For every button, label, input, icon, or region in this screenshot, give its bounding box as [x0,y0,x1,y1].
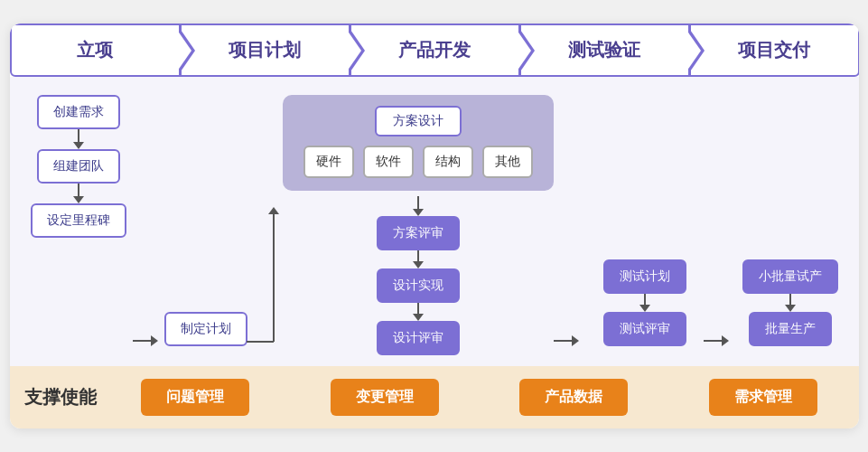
btn-biangengGuanli[interactable]: 变更管理 [331,379,439,416]
connector-col57 [704,95,736,355]
connector-svg [247,202,283,346]
arrow-down-6 [639,294,650,312]
flow-col2: 制定计划 [165,95,247,355]
flow-layout: 创建需求 组建团队 设定里程碑 [10,77,859,366]
phase-ceshi: 测试验证 [519,24,690,77]
connector-col23 [247,95,283,355]
box-yingjiian: 硬件 [303,146,354,178]
flow-col1: 创建需求 组建团队 设定里程碑 [24,95,133,355]
box-qita: 其他 [482,146,533,178]
bottom-area: 支撑使能 问题管理 变更管理 产品数据 需求管理 [10,366,859,428]
box-ceshipingshen: 测试评审 [603,312,686,346]
design-group-items: 硬件 软件 结构 其他 [303,146,533,178]
box-shejipingshen: 设计评审 [377,321,460,355]
box-ceshijihua: 测试计划 [603,259,686,294]
main-container: 立项 项目计划 产品开发 测试验证 项目交付 创建需求 组建团队 [10,24,859,428]
arrow-right-col12 [133,95,165,355]
phases-header: 立项 项目计划 产品开发 测试验证 项目交付 [10,24,859,77]
svg-marker-2 [268,207,279,214]
arrow-down-7 [785,294,796,312]
arrow-down-5 [413,303,424,321]
phase-jiaofU: 项目交付 [689,24,859,77]
phase-label-ceshi: 测试验证 [568,38,640,62]
flow-col3: 方案设计 硬件 软件 结构 其他 [283,95,554,355]
box-fanganpingshen: 方案评审 [377,216,460,250]
support-buttons: 问题管理 变更管理 产品数据 需求管理 [115,379,845,416]
btn-xuqiuGuanli[interactable]: 需求管理 [709,379,817,416]
arrow-down-2 [73,184,84,203]
arrow-down-1 [73,129,84,149]
box-jiegou: 结构 [423,146,473,178]
arrow-down-3 [413,196,424,216]
box-xiaopiLiangshichan: 小批量试产 [742,259,838,294]
phase-jihua: 项目计划 [180,24,350,77]
flow-col5: 测试计划 测试评审 [586,95,704,355]
support-label: 支撑使能 [24,385,115,410]
box-sheding: 设定里程碑 [31,203,126,238]
btn-chanpinShuju[interactable]: 产品数据 [519,379,628,416]
btn-wentiGuanli[interactable]: 问题管理 [141,379,249,416]
box-zujiiantuandui: 组建团队 [37,149,120,184]
phase-label-lixiang: 立项 [77,38,113,62]
box-piLianshengchan: 批量生产 [749,312,832,346]
connector-col35 [554,95,586,355]
box-zhidingjihua: 制定计划 [164,312,247,346]
box-chuangjianxuqiu: 创建需求 [37,95,120,129]
box-shejishixian: 设计实现 [377,268,460,303]
phase-label-jiaofU: 项目交付 [738,38,810,62]
phase-chanpin: 产品开发 [350,24,520,77]
box-ruanjian: 软件 [363,146,414,178]
phase-label-chanpin: 产品开发 [398,38,471,62]
arrow-down-4 [413,250,424,268]
phase-label-jihua: 项目计划 [229,38,301,62]
box-fangangsheji: 方案设计 [375,106,462,137]
flow-col7: 小批量试产 批量生产 [736,95,845,355]
phase-lixiang: 立项 [10,24,181,77]
design-group: 方案设计 硬件 软件 结构 其他 [283,95,554,191]
